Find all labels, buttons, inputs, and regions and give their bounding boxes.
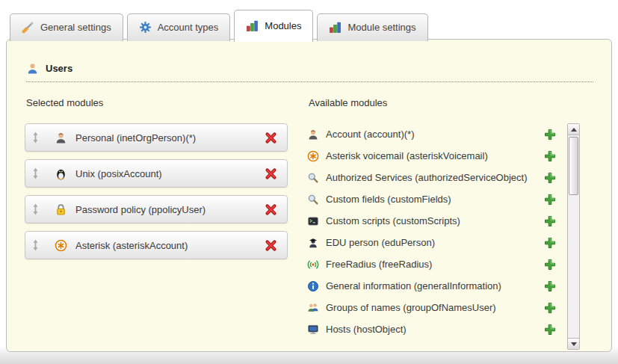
script-icon: [307, 215, 319, 227]
available-module-row-account: Account (account)(*): [307, 123, 557, 145]
module-label: Authorized Services (authorizedServiceOb…: [326, 172, 528, 183]
magnifier-icon: [307, 194, 319, 206]
module-label: Asterisk voicemail (asteriskVoicemail): [326, 150, 488, 161]
asterisk-icon: [307, 150, 319, 162]
add-module-button[interactable]: [544, 302, 556, 314]
add-module-button[interactable]: [544, 324, 556, 336]
tab-general-settings[interactable]: General settings: [10, 13, 123, 41]
available-module-row-hosts: Hosts (hostObject): [307, 318, 557, 340]
available-modules-heading: Available modules: [309, 97, 593, 108]
asterisk-icon: [55, 239, 67, 252]
services-icon: [307, 172, 319, 184]
chart-icon: [246, 19, 259, 32]
available-module-row-custom-scripts: Custom scripts (customScripts): [307, 210, 557, 232]
tab-modules[interactable]: Modules: [234, 10, 313, 42]
selected-module-row-password-policy[interactable]: Password policy (ppolicyUser): [25, 195, 288, 223]
lock-icon: [55, 203, 67, 216]
edu-person-icon: [307, 237, 319, 249]
drag-handle-icon[interactable]: [32, 132, 39, 144]
drag-handle-icon[interactable]: [32, 239, 39, 251]
info-icon: [307, 280, 319, 292]
user-icon: [26, 62, 39, 75]
tab-account-types[interactable]: Account types: [127, 13, 231, 41]
tab-label: Modules: [265, 20, 301, 31]
tab-label: General settings: [40, 22, 111, 33]
scrollbar-thumb[interactable]: [569, 137, 578, 195]
available-module-row-freeradius: FreeRadius (freeRadius): [307, 253, 557, 275]
add-module-button[interactable]: [544, 215, 556, 227]
gear-icon: [139, 21, 152, 34]
available-modules-list: Account (account)(*) Asterisk voicemail …: [307, 123, 557, 350]
scroll-up-button[interactable]: [568, 124, 579, 135]
users-section-header: Users: [26, 62, 593, 82]
add-module-button[interactable]: [544, 172, 556, 184]
available-module-row-asterisk-voicemail: Asterisk voicemail (asteriskVoicemail): [307, 145, 557, 167]
drag-handle-icon[interactable]: [32, 167, 39, 179]
module-label: Custom fields (customFields): [326, 194, 451, 205]
add-module-button[interactable]: [544, 237, 556, 249]
module-label: General information (generalInformation): [326, 280, 501, 291]
available-module-row-authorized-services: Authorized Services (authorizedServiceOb…: [307, 167, 557, 188]
selected-modules-heading: Selected modules: [26, 97, 288, 108]
antenna-icon: [307, 259, 319, 271]
chart-icon: [329, 21, 342, 34]
tab-label: Module settings: [347, 22, 415, 33]
modules-panel: Users Selected modules Personal (inetOrg…: [6, 39, 612, 352]
remove-module-button[interactable]: [265, 239, 277, 252]
tab-module-settings[interactable]: Module settings: [317, 13, 427, 41]
module-label: Hosts (hostObject): [326, 324, 407, 335]
tools-icon: [22, 21, 34, 34]
person-icon: [55, 132, 67, 144]
module-label: Password policy (ppolicyUser): [75, 204, 206, 215]
scrollbar[interactable]: [567, 123, 580, 350]
module-label: Groups of names (groupOfNamesUser): [326, 302, 496, 313]
selected-module-row-personal[interactable]: Personal (inetOrgPerson)(*): [25, 123, 288, 152]
add-module-button[interactable]: [544, 129, 556, 141]
arrow-up-icon: [571, 128, 577, 132]
host-icon: [307, 324, 319, 336]
available-module-row-custom-fields: Custom fields (customFields): [307, 188, 557, 210]
selected-module-row-unix[interactable]: Unix (posixAccount): [25, 159, 288, 188]
module-label: Custom scripts (customScripts): [326, 215, 460, 226]
group-icon: [307, 302, 319, 314]
drag-handle-icon[interactable]: [32, 203, 39, 215]
add-module-button[interactable]: [544, 259, 556, 271]
add-module-button[interactable]: [544, 150, 556, 162]
module-label: FreeRadius (freeRadius): [326, 259, 432, 270]
tab-bar: General settings Account types Modules M…: [10, 10, 428, 41]
tab-label: Account types: [158, 22, 219, 33]
scroll-down-button[interactable]: [568, 338, 579, 349]
remove-module-button[interactable]: [265, 167, 277, 180]
person-icon: [307, 129, 319, 141]
available-module-row-edu-person: EDU person (eduPerson): [307, 232, 557, 253]
section-title: Users: [46, 63, 72, 74]
module-label: Asterisk (asteriskAccount): [75, 240, 188, 251]
module-label: Personal (inetOrgPerson)(*): [75, 132, 196, 144]
penguin-icon: [55, 167, 67, 180]
module-label: Unix (posixAccount): [75, 168, 162, 179]
remove-module-button[interactable]: [265, 132, 277, 144]
available-modules-column: Available modules Account (account)(*) A…: [307, 94, 593, 350]
module-label: Account (account)(*): [326, 129, 415, 140]
columns: Selected modules Personal (inetOrgPerson…: [7, 82, 611, 350]
available-module-row-groups-of-names: Groups of names (groupOfNamesUser): [307, 297, 557, 318]
selected-module-row-asterisk[interactable]: Asterisk (asteriskAccount): [25, 231, 288, 259]
selected-modules-column: Selected modules Personal (inetOrgPerson…: [25, 94, 288, 350]
remove-module-button[interactable]: [265, 203, 277, 216]
module-label: EDU person (eduPerson): [326, 237, 435, 248]
add-module-button[interactable]: [544, 194, 556, 206]
available-module-row-general-information: General information (generalInformation): [307, 275, 557, 297]
arrow-down-icon: [571, 342, 577, 346]
add-module-button[interactable]: [544, 280, 556, 292]
